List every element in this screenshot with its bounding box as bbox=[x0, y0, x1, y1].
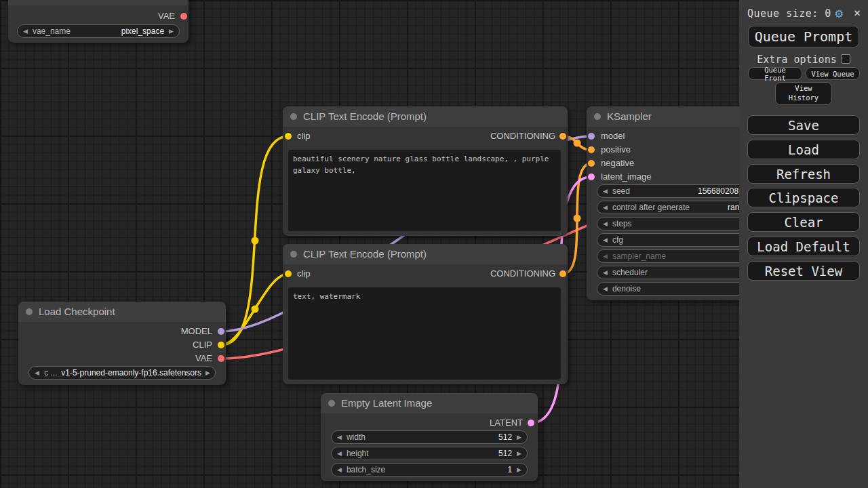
collapse-dot-icon[interactable] bbox=[594, 113, 601, 120]
decrement-arrow-icon[interactable]: ◀ bbox=[603, 234, 608, 246]
comfyui-workspace: VAE ◀ vae_name pixel_space ▶ CLIP Text E… bbox=[0, 0, 868, 488]
node-clip-text-encode-negative[interactable]: CLIP Text Encode (Prompt) clip CONDITION… bbox=[283, 244, 568, 384]
queue-front-button[interactable]: Queue Front bbox=[748, 67, 802, 80]
node-title-bar[interactable] bbox=[8, 0, 189, 5]
widget-value: 1 bbox=[507, 465, 512, 474]
node-empty-latent-image[interactable]: Empty Latent Image LATENT ◀ width 512 ▶ … bbox=[321, 393, 538, 481]
extra-options-checkbox[interactable] bbox=[841, 54, 850, 64]
widget-value: 512 bbox=[498, 432, 512, 442]
node-title: KSampler bbox=[607, 110, 652, 122]
slot-conditioning-output-label: CONDITIONING bbox=[490, 268, 555, 280]
widget-label: scheduler bbox=[612, 268, 648, 277]
vae-name-widget[interactable]: ◀ vae_name pixel_space ▶ bbox=[17, 24, 180, 38]
slot-vae-output-label: VAE bbox=[158, 10, 175, 22]
view-history-button[interactable]: View History bbox=[775, 82, 832, 105]
slot-negative-input-label: negative bbox=[601, 157, 634, 169]
decrement-arrow-icon[interactable]: ◀ bbox=[337, 447, 342, 460]
increment-arrow-icon[interactable]: ▶ bbox=[205, 367, 210, 379]
collapse-dot-icon[interactable] bbox=[328, 400, 335, 407]
widget-label: width bbox=[347, 432, 366, 442]
node-title: CLIP Text Encode (Prompt) bbox=[303, 110, 427, 122]
collapse-dot-icon[interactable] bbox=[26, 308, 33, 315]
node-clip-text-encode-positive[interactable]: CLIP Text Encode (Prompt) clip CONDITION… bbox=[283, 106, 568, 236]
widget-label: seed bbox=[612, 186, 630, 196]
height-widget[interactable]: ◀ height 512 ▶ bbox=[331, 447, 528, 460]
close-icon[interactable]: ✕ bbox=[854, 6, 861, 20]
increment-arrow-icon[interactable]: ▶ bbox=[517, 464, 521, 476]
increment-arrow-icon[interactable]: ▶ bbox=[169, 25, 174, 37]
decrement-arrow-icon[interactable]: ◀ bbox=[603, 250, 608, 262]
slot-latent-image-input-label: latent_image bbox=[601, 171, 651, 183]
positive-prompt-textarea[interactable]: beautiful scenery nature glass bottle la… bbox=[288, 150, 561, 231]
reset-view-button[interactable]: Reset View bbox=[747, 261, 860, 281]
ckpt-name-widget[interactable]: ◀ c ... v1-5-pruned-emaonly-fp16.safeten… bbox=[28, 366, 216, 380]
widget-value: 1566802087 bbox=[698, 186, 743, 196]
node-title-bar[interactable]: Empty Latent Image bbox=[321, 393, 538, 413]
decrement-arrow-icon[interactable]: ◀ bbox=[603, 283, 608, 295]
widget-label: cfg bbox=[612, 235, 623, 245]
slot-positive-input-label: positive bbox=[601, 144, 631, 156]
decrement-arrow-icon[interactable]: ◀ bbox=[603, 266, 608, 279]
widget-label: steps bbox=[612, 219, 632, 228]
decrement-arrow-icon[interactable]: ◀ bbox=[337, 431, 342, 443]
decrement-arrow-icon[interactable]: ◀ bbox=[603, 185, 608, 197]
widget-label: vae_name bbox=[33, 26, 71, 36]
node-title: Empty Latent Image bbox=[341, 397, 432, 409]
node-load-checkpoint[interactable]: Load Checkpoint MODEL CLIP VAE ◀ c ... v… bbox=[18, 302, 226, 385]
queue-prompt-button[interactable]: Queue Prompt bbox=[748, 26, 859, 47]
load-default-button[interactable]: Load Default bbox=[747, 237, 860, 256]
collapse-dot-icon[interactable] bbox=[290, 251, 297, 258]
view-queue-button[interactable]: View Queue bbox=[806, 67, 860, 80]
extra-options-label: Extra options bbox=[757, 54, 836, 66]
width-widget[interactable]: ◀ width 512 ▶ bbox=[331, 430, 528, 444]
node-title-bar[interactable]: CLIP Text Encode (Prompt) bbox=[283, 244, 568, 264]
increment-arrow-icon[interactable]: ▶ bbox=[517, 447, 521, 460]
comfy-menu: Queue size: 0 ⚙ ✕ Queue Prompt Extra opt… bbox=[739, 0, 868, 488]
node-title: CLIP Text Encode (Prompt) bbox=[303, 248, 427, 260]
decrement-arrow-icon[interactable]: ◀ bbox=[23, 25, 28, 37]
node-title: Load Checkpoint bbox=[39, 306, 115, 317]
widget-label: batch_size bbox=[347, 465, 385, 474]
refresh-button[interactable]: Refresh bbox=[747, 164, 860, 184]
negative-prompt-textarea[interactable]: text, watermark bbox=[288, 287, 561, 380]
slot-latent-output-label: LATENT bbox=[490, 417, 523, 429]
decrement-arrow-icon[interactable]: ◀ bbox=[603, 218, 608, 230]
clipspace-button[interactable]: Clipspace bbox=[747, 188, 860, 207]
widget-label: sampler_name bbox=[612, 251, 666, 261]
node-title-bar[interactable]: CLIP Text Encode (Prompt) bbox=[283, 106, 568, 127]
slot-clip-input-label: clip bbox=[297, 130, 311, 142]
widget-value: 512 bbox=[498, 449, 512, 458]
slot-clip-input-label: clip bbox=[297, 268, 311, 280]
extra-options-row: Extra options bbox=[739, 54, 868, 66]
load-button[interactable]: Load bbox=[747, 140, 860, 159]
decrement-arrow-icon[interactable]: ◀ bbox=[35, 367, 39, 379]
slot-clip-output-label: CLIP bbox=[193, 339, 212, 351]
widget-label: control after generate bbox=[612, 203, 690, 212]
widget-label: height bbox=[347, 449, 369, 458]
slot-vae-output-label: VAE bbox=[195, 352, 212, 365]
queue-size-label: Queue size: 0 bbox=[747, 7, 831, 20]
widget-label: c ... bbox=[44, 368, 57, 378]
decrement-arrow-icon[interactable]: ◀ bbox=[337, 464, 342, 476]
clear-button[interactable]: Clear bbox=[747, 212, 860, 232]
increment-arrow-icon[interactable]: ▶ bbox=[517, 431, 521, 443]
save-button[interactable]: Save bbox=[747, 115, 860, 135]
decrement-arrow-icon[interactable]: ◀ bbox=[603, 201, 608, 214]
settings-gear-icon[interactable]: ⚙ bbox=[835, 6, 843, 20]
widget-value: v1-5-pruned-emaonly-fp16.safetensors bbox=[57, 368, 205, 378]
node-vae-loader[interactable]: VAE ◀ vae_name pixel_space ▶ bbox=[8, 0, 189, 43]
slot-model-output-label: MODEL bbox=[181, 325, 212, 338]
widget-value: pixel_space bbox=[121, 26, 164, 36]
slot-conditioning-output-label: CONDITIONING bbox=[490, 130, 555, 142]
widget-label: denoise bbox=[612, 284, 641, 293]
collapse-dot-icon[interactable] bbox=[290, 113, 297, 120]
slot-model-input-label: model bbox=[601, 130, 625, 142]
batch-size-widget[interactable]: ◀ batch_size 1 ▶ bbox=[331, 463, 528, 476]
node-title-bar[interactable]: Load Checkpoint bbox=[18, 302, 226, 322]
